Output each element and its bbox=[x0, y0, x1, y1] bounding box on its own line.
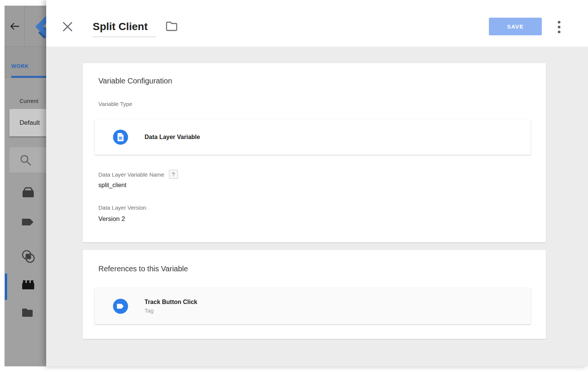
data-layer-variable-icon bbox=[113, 130, 128, 145]
app-toolbar bbox=[5, 6, 46, 47]
help-icon[interactable]: ? bbox=[169, 170, 178, 179]
card-heading: Variable Configuration bbox=[98, 76, 531, 85]
folders-icon bbox=[21, 308, 33, 318]
dimmed-app-background: WORK Current Default bbox=[5, 6, 46, 366]
variable-type-label: Variable Type bbox=[98, 101, 531, 107]
back-arrow-icon bbox=[10, 22, 20, 30]
sidebar-item-folders[interactable] bbox=[21, 308, 35, 321]
sidebar-item-variables[interactable] bbox=[21, 280, 35, 293]
sidebar-item-triggers[interactable] bbox=[21, 250, 35, 263]
variable-editor-panel: Split Client SAVE Variable Config bbox=[46, 0, 588, 366]
sidebar-item-overview[interactable] bbox=[21, 187, 35, 201]
active-section-indicator bbox=[5, 274, 7, 300]
gtm-logo bbox=[32, 15, 46, 40]
panel-body: Variable Configuration Variable Type Dat… bbox=[46, 47, 588, 366]
dl-variable-name-value: split_client bbox=[98, 182, 531, 189]
sidebar-item-tags[interactable] bbox=[21, 218, 35, 231]
workspace-tab-label: WORK bbox=[11, 63, 29, 69]
variable-name-field[interactable]: Split Client bbox=[93, 20, 156, 37]
tags-icon bbox=[21, 218, 34, 227]
dl-version-value: Version 2 bbox=[98, 215, 531, 223]
references-heading: References to this Variable bbox=[98, 264, 531, 273]
back-button[interactable] bbox=[5, 6, 25, 47]
variables-icon bbox=[21, 280, 35, 290]
more-actions-button[interactable] bbox=[554, 20, 564, 35]
current-workspace-label: Current bbox=[20, 98, 38, 104]
active-tab-underline bbox=[11, 76, 46, 78]
panel-header: Split Client SAVE bbox=[46, 0, 588, 47]
dl-version-label: Data Layer Version bbox=[98, 204, 531, 211]
references-card: References to this Variable Track Button… bbox=[83, 250, 546, 339]
move-to-folder-button[interactable] bbox=[165, 21, 178, 32]
close-button[interactable] bbox=[62, 21, 74, 33]
dl-variable-name-label: Data Layer Variable Name bbox=[98, 171, 164, 178]
kebab-menu-icon bbox=[557, 20, 561, 34]
gtm-variable-editor-screen: WORK Current Default bbox=[0, 0, 588, 372]
reference-title: Track Button Click bbox=[145, 298, 197, 305]
variable-type-value: Data Layer Variable bbox=[145, 134, 200, 141]
close-icon bbox=[62, 21, 73, 32]
save-button[interactable]: SAVE bbox=[489, 18, 542, 35]
tag-icon bbox=[113, 299, 128, 314]
overview-icon bbox=[21, 187, 35, 198]
sidebar-search[interactable] bbox=[9, 147, 46, 172]
workspace-tab[interactable]: WORK bbox=[5, 47, 46, 78]
page-title: Split Client bbox=[93, 20, 156, 34]
sidebar: Current Default bbox=[5, 78, 46, 366]
search-icon bbox=[20, 154, 32, 166]
variable-type-selector[interactable]: Data Layer Variable bbox=[95, 119, 531, 155]
reference-item[interactable]: Track Button Click Tag bbox=[95, 288, 531, 324]
workspace-selector[interactable]: Default bbox=[9, 109, 46, 136]
title-underline bbox=[93, 36, 156, 37]
variable-configuration-card: Variable Configuration Variable Type Dat… bbox=[83, 63, 546, 242]
folder-icon bbox=[165, 21, 178, 32]
triggers-icon bbox=[21, 250, 36, 264]
workspace-name: Default bbox=[20, 119, 40, 127]
reference-subtitle: Tag bbox=[145, 307, 197, 314]
